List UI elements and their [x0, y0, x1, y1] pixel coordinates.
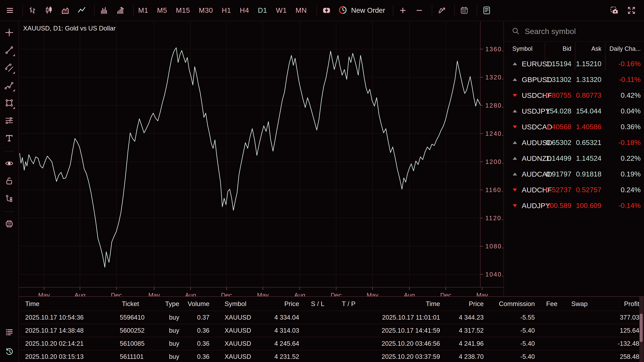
price-chart[interactable]: 1360.001320.001280.001240.001200.001160.… — [19, 21, 504, 297]
history-row[interactable]: 2025.10.20 03:15:135611101buy0.36XAUUSD4… — [19, 350, 644, 362]
svg-text:1080.00: 1080.00 — [485, 243, 504, 250]
journal-button[interactable] — [482, 5, 492, 15]
history-column-t-p[interactable]: T / P — [333, 297, 364, 311]
history-scrollbar-track[interactable] — [639, 297, 644, 362]
top-toolbar-left-group: M1M5M15M30H1H4D1W1MNNew Order — [0, 5, 610, 16]
channel-button[interactable] — [3, 62, 15, 74]
market-watch-row-audcad[interactable]: AUDCAD0.917970.918180.19% — [504, 166, 644, 182]
history-column-profit[interactable]: Profit — [591, 297, 644, 311]
screenshot-button[interactable] — [610, 5, 619, 15]
menu-button[interactable] — [5, 5, 15, 15]
calendar-button[interactable] — [459, 5, 469, 15]
market-watch-column-daily-cha-[interactable]: Daily Cha... — [605, 45, 644, 52]
history-cell: -5.40 — [487, 350, 538, 362]
symbol-cell: AUDCHF — [504, 186, 545, 194]
market-watch-row-audchf[interactable]: AUDCHF0.527370.527570.24% — [504, 182, 644, 198]
history-column-price[interactable]: Price — [255, 297, 302, 311]
history-cell: 4 314.03 — [255, 324, 302, 337]
history-column-fee[interactable]: Fee — [538, 297, 561, 311]
shapes-button[interactable] — [3, 97, 15, 109]
timeframe-m1[interactable]: M1 — [138, 6, 148, 14]
history-row[interactable]: 2025.10.17 10:54:365596410buy0.37XAUUSD4… — [19, 311, 644, 324]
quote-tag-button[interactable] — [322, 5, 332, 15]
objects-icon — [5, 194, 14, 204]
history-row[interactable]: 2025.10.17 14:38:485600252buy0.36XAUUSD4… — [19, 324, 644, 337]
journal-icon — [482, 6, 491, 15]
bid-value: 0.80755 — [545, 91, 575, 99]
history-column-swap[interactable]: Swap — [561, 297, 591, 311]
bars-chart-icon — [28, 6, 37, 15]
toolbar-divider — [432, 5, 432, 16]
chart-axes — [19, 21, 504, 287]
timeframe-w1[interactable]: W1 — [276, 6, 287, 14]
timeframe-h1[interactable]: H1 — [222, 6, 231, 14]
history-button[interactable] — [3, 346, 16, 358]
history-cell: 125.64 — [591, 324, 644, 337]
tick-down-icon — [512, 204, 518, 208]
timeframe-m15[interactable]: M15 — [176, 6, 190, 14]
crosshair-button[interactable] — [3, 27, 15, 39]
market-watch-column-symbol[interactable]: Symbol — [504, 45, 544, 52]
polyline-button[interactable] — [3, 80, 15, 92]
history-column-time[interactable]: Time — [364, 297, 444, 311]
stack-button[interactable] — [3, 218, 15, 230]
market-watch-row-gbpusd[interactable]: GBPUSD1.313021.31320-0.11% — [504, 72, 644, 87]
objects-button[interactable] — [3, 193, 15, 205]
market-watch-row-usdjpy[interactable]: USDJPY154.028154.0440.04% — [504, 103, 644, 119]
symbol-search[interactable] — [504, 21, 644, 41]
unlock-button[interactable] — [3, 175, 15, 187]
symbol-cell: AUDUSD — [504, 139, 545, 147]
trendline-button[interactable] — [3, 44, 15, 56]
history-column-commission[interactable]: Commission — [487, 297, 538, 311]
area-chart-button[interactable] — [60, 5, 70, 15]
timeframe-m30[interactable]: M30 — [199, 6, 213, 14]
chart-area[interactable]: XAUUSD, D1: Gold vs US Dollar 1360.00132… — [19, 21, 504, 296]
timeframe-mn[interactable]: MN — [296, 6, 307, 14]
history-cell: 2025.10.17 14:41:59 — [364, 324, 444, 337]
history-row[interactable]: 2025.10.20 02:14:215610085buy0.36XAUUSD4… — [19, 337, 644, 350]
market-watch-row-audusd[interactable]: AUDUSD0.653020.65321-0.18% — [504, 135, 644, 150]
history-column-ticket[interactable]: Ticket — [120, 297, 142, 311]
market-watch-row-usdchf[interactable]: USDCHF0.807550.807730.42% — [504, 87, 644, 103]
trade-list-button[interactable] — [3, 327, 16, 339]
column-divider — [605, 42, 606, 70]
zoom-out-button[interactable] — [414, 5, 424, 15]
fibonacci-button[interactable] — [3, 115, 15, 127]
history-cell: 4 245.64 — [255, 337, 302, 350]
history-column-type[interactable]: Type — [142, 297, 183, 311]
tick-volumes-button[interactable] — [116, 5, 126, 15]
daily-change-value: 0.19% — [605, 170, 644, 178]
history-column-symbol[interactable]: Symbol — [213, 297, 255, 311]
history-scrollbar-thumb[interactable] — [640, 314, 643, 342]
new-order-clock-icon — [338, 5, 348, 15]
bars-chart-button[interactable] — [28, 5, 37, 15]
timeframe-h4[interactable]: H4 — [240, 6, 249, 14]
volumes-button[interactable] — [99, 5, 109, 15]
zoom-in-button[interactable] — [398, 5, 408, 15]
timeframe-d1[interactable]: D1 — [258, 6, 267, 14]
candles-chart-button[interactable] — [44, 5, 54, 15]
market-watch-row-audjpy[interactable]: AUDJPY100.589100.609-0.14% — [504, 198, 644, 214]
market-watch-row-eurusd[interactable]: EURUSD1.151941.15210-0.16% — [504, 56, 644, 72]
text-tool-button[interactable] — [3, 132, 15, 144]
history-column-volume[interactable]: Volume — [183, 297, 213, 311]
history-column-price[interactable]: Price — [444, 297, 487, 311]
market-watch-row-usdcad[interactable]: USDCAD1.405681.405860.36% — [504, 119, 644, 135]
market-watch-row-audnzd[interactable]: AUDNZD1.144991.145240.22% — [504, 150, 644, 166]
market-watch-column-bid[interactable]: Bid — [544, 45, 574, 52]
line-chart-button[interactable] — [77, 5, 86, 15]
history-cell — [333, 311, 364, 324]
history-cell — [538, 311, 561, 324]
history-cell: -132.48 — [591, 337, 644, 350]
new-order-button[interactable]: New Order — [338, 5, 385, 15]
indicators-button[interactable] — [437, 5, 446, 15]
history-icon — [5, 347, 14, 357]
market-watch-column-ask[interactable]: Ask — [575, 45, 605, 52]
search-input[interactable] — [525, 27, 626, 36]
history-column-time[interactable]: Time — [19, 297, 120, 311]
timeframe-m5[interactable]: M5 — [157, 6, 167, 14]
history-cell: 0.36 — [183, 337, 213, 350]
fullscreen-button[interactable] — [626, 5, 636, 15]
history-column-s-l[interactable]: S / L — [302, 297, 333, 311]
eye-button[interactable] — [3, 158, 15, 170]
